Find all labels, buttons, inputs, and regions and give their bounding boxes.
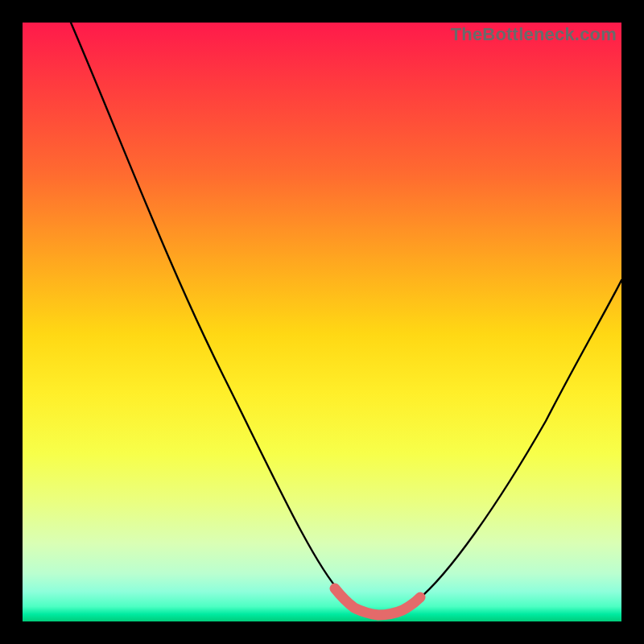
optimal-range-highlight — [335, 588, 420, 615]
curve-svg — [23, 23, 621, 621]
chart-frame: TheBottleneck.com — [0, 0, 644, 644]
plot-area: TheBottleneck.com — [23, 23, 621, 621]
bottleneck-curve — [71, 23, 621, 614]
